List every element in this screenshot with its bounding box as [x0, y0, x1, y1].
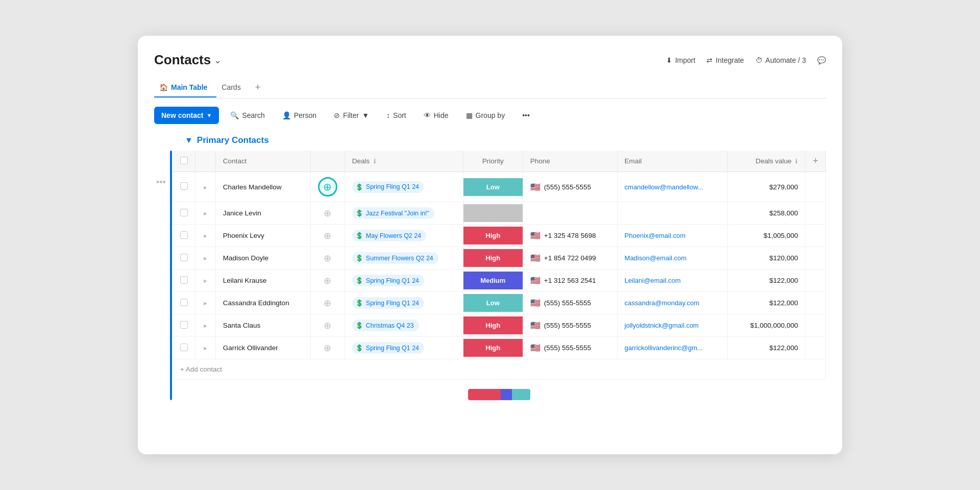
add-deal-icon[interactable]: ⊕ [324, 253, 331, 263]
add-deal-icon[interactable]: ⊕ [324, 321, 331, 331]
expand-arrow-icon[interactable]: ► [203, 233, 208, 239]
phone-cell [523, 202, 617, 225]
phone-content: 🇺🇸(555) 555-5555 [530, 298, 610, 308]
add-column-icon[interactable]: + [813, 156, 818, 166]
header: Contacts ⌄ ⬇ Import ⇄ Integrate ⏱ Automa… [154, 52, 826, 68]
new-contact-button[interactable]: New contact ▼ [154, 107, 219, 124]
deal-tag[interactable]: 💲Spring Fling Q1 24 [352, 181, 424, 193]
deal-tag[interactable]: 💲Spring Fling Q1 24 [352, 342, 424, 354]
add-deal-cell[interactable]: ⊕ [310, 314, 345, 337]
priority-cell[interactable]: High [463, 314, 523, 337]
add-deal-cell[interactable]: ⊕ [310, 337, 345, 359]
add-contact-cell[interactable]: + Add contact [173, 359, 826, 380]
priority-cell[interactable]: Low [463, 172, 523, 202]
priority-badge-empty [463, 204, 523, 222]
person-button[interactable]: 👤 Person [276, 107, 323, 124]
priority-cell[interactable]: High [463, 225, 523, 247]
tab-main-table[interactable]: 🏠 Main Table [154, 78, 216, 97]
deal-tag[interactable]: 💲Jazz Festival "Join in!" [352, 207, 434, 219]
expand-arrow-icon[interactable]: ► [203, 300, 208, 306]
add-deal-icon[interactable]: ⊕ [324, 343, 331, 353]
expand-arrow-icon[interactable]: ► [203, 184, 208, 190]
row-checkbox-cell [173, 292, 195, 314]
email-link[interactable]: Leilani@email.com [625, 277, 681, 284]
header-checkbox[interactable] [180, 157, 188, 164]
email-link[interactable]: garrickollivanderinc@gm... [625, 344, 703, 352]
expand-arrow-icon[interactable]: ► [203, 210, 208, 216]
expand-arrow-icon[interactable]: ► [203, 345, 208, 351]
phone-content: 🇺🇸(555) 555-5555 [530, 343, 610, 353]
email-cell: jollyoldstnick@gmail.com [617, 314, 728, 337]
add-deal-cell[interactable]: ⊕ [310, 202, 345, 225]
automate-button[interactable]: ⏱ Automate / 3 [755, 56, 806, 64]
email-link[interactable]: cassandra@monday.com [625, 299, 700, 307]
search-button[interactable]: 🔍 Search [224, 107, 271, 124]
add-deal-icon[interactable]: ⊕ [324, 298, 331, 308]
row-expand-cell: ► [195, 225, 215, 247]
deal-label: Spring Fling Q1 24 [366, 183, 419, 190]
row-checkbox[interactable] [180, 299, 188, 306]
expand-arrow-icon[interactable]: ► [203, 278, 208, 284]
section-chevron-icon[interactable]: ▼ [185, 136, 193, 145]
add-deal-icon[interactable]: ⊕ [324, 231, 331, 241]
priority-cell[interactable]: High [463, 247, 523, 270]
hide-button[interactable]: 👁 Hide [418, 107, 455, 124]
add-contact-row[interactable]: + Add contact [173, 359, 826, 380]
col-deals-header: Deals ℹ [345, 151, 463, 172]
priority-badge: Medium [463, 272, 523, 289]
add-deal-circle-icon[interactable]: ⊕ [318, 177, 337, 197]
add-deal-cell[interactable]: ⊕ [310, 247, 345, 270]
row-checkbox[interactable] [180, 276, 188, 284]
row-checkbox[interactable] [180, 254, 188, 261]
add-col-cell [805, 225, 826, 247]
priority-cell[interactable]: High [463, 337, 523, 359]
group-by-label: Group by [476, 111, 505, 119]
row-checkbox[interactable] [180, 182, 188, 190]
tab-add-button[interactable]: + [250, 77, 266, 98]
email-link[interactable]: Phoenix@email.com [625, 232, 685, 239]
more-options-button[interactable]: ••• [516, 107, 536, 124]
expand-arrow-icon[interactable]: ► [203, 255, 208, 261]
expand-arrow-icon[interactable]: ► [203, 323, 208, 329]
deal-tag[interactable]: 💲Christmas Q4 23 [352, 320, 419, 331]
deal-tag[interactable]: 💲May Flowers Q2 24 [352, 230, 426, 241]
contact-name-cell: Madison Doyle [215, 247, 310, 270]
deal-icon: 💲 [355, 254, 363, 262]
deal-tag[interactable]: 💲Spring Fling Q1 24 [352, 297, 424, 309]
add-deal-cell[interactable]: ⊕ [310, 225, 345, 247]
add-deal-cell[interactable]: ⊕ [310, 270, 345, 292]
row-checkbox[interactable] [180, 209, 188, 216]
email-link[interactable]: jollyoldstnick@gmail.com [625, 322, 699, 329]
chat-button[interactable]: 💬 [817, 56, 826, 64]
row-dots-icon[interactable]: ••• [154, 177, 168, 188]
deal-tag[interactable]: 💲Spring Fling Q1 24 [352, 275, 424, 286]
email-link[interactable]: Madison@email.com [625, 254, 687, 262]
more-options-icon: ••• [522, 111, 530, 119]
integrate-button[interactable]: ⇄ Integrate [706, 56, 744, 64]
add-deal-cell[interactable]: ⊕ [310, 292, 345, 314]
add-deal-cell[interactable]: ⊕ [310, 172, 345, 202]
group-by-button[interactable]: ▦ Group by [460, 107, 511, 124]
email-link[interactable]: cmandellow@mandellow... [625, 183, 703, 191]
title-chevron-icon[interactable]: ⌄ [214, 55, 222, 66]
tab-main-table-label: Main Table [171, 83, 207, 91]
priority-badge: High [463, 249, 523, 267]
phone-number: +1 325 478 5698 [544, 232, 596, 239]
priority-cell[interactable]: Low [463, 292, 523, 314]
tab-cards[interactable]: Cards [216, 78, 250, 97]
col-add-col-header[interactable]: + [805, 151, 826, 172]
row-checkbox[interactable] [180, 344, 188, 351]
deal-tag[interactable]: 💲Summer Flowers Q2 24 [352, 252, 438, 264]
priority-cell[interactable] [463, 202, 523, 225]
row-checkbox[interactable] [180, 321, 188, 329]
import-button[interactable]: ⬇ Import [666, 56, 696, 64]
filter-button[interactable]: ⊘ Filter ▼ [328, 107, 375, 124]
priority-cell[interactable]: Medium [463, 270, 523, 292]
toolbar: New contact ▼ 🔍 Search 👤 Person ⊘ Filter… [154, 107, 826, 124]
add-deal-highlighted[interactable]: ⊕ [318, 177, 337, 197]
automate-label: Automate / 3 [766, 56, 806, 64]
row-checkbox[interactable] [180, 231, 188, 239]
sort-button[interactable]: ↕ Sort [380, 107, 412, 124]
add-deal-icon[interactable]: ⊕ [324, 208, 331, 218]
add-deal-icon[interactable]: ⊕ [324, 276, 331, 286]
